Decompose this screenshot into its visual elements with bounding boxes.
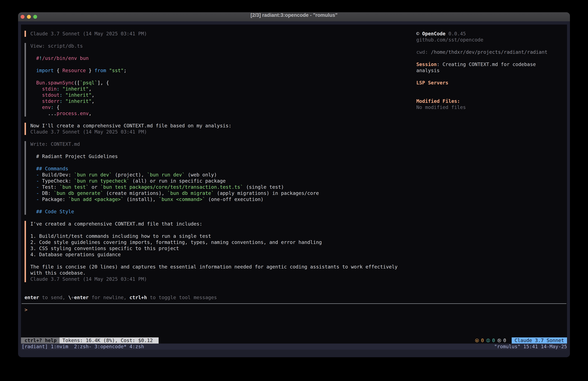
terminal-row <box>21 215 567 221</box>
tmux-window-4-zsh[interactable]: 4:zsh <box>126 344 144 349</box>
tool-block-bar <box>24 153 26 159</box>
tool-block-bar <box>24 80 26 86</box>
terminal-row: I've created a comprehensive CONTEXT.md … <box>21 221 567 227</box>
terminal-row <box>21 147 567 153</box>
terminal-row: 2. Code style guidelines covering import… <box>21 239 567 246</box>
text-segment <box>30 92 42 98</box>
text-segment <box>30 166 36 171</box>
message-accent-bar <box>24 221 26 227</box>
sidebar-row: cwd: /home/thdxr/dev/projects/radiant/ra… <box>416 49 547 55</box>
model-badge: Claude 3.7 Sonnet <box>512 337 567 344</box>
text-segment: "inherit" <box>65 98 92 104</box>
text-segment: OpenCode <box>422 31 445 37</box>
row-text: Now I'll create a comprehensive CONTEXT.… <box>30 123 231 129</box>
text-segment: , <box>89 86 91 92</box>
tmux-window-3-opencode-[interactable]: 3:opencode* <box>92 344 127 349</box>
text-segment: The file is concise (20 lines) and captu… <box>30 264 398 269</box>
diagnostics: w0i0h0 <box>475 337 506 344</box>
tool-block-bar <box>24 49 26 55</box>
editor-area[interactable]: enter to send, \+enter for newline, ctrl… <box>21 282 567 313</box>
text-segment: - <box>36 197 39 202</box>
terminal-row: 4. Database operations guidance <box>21 251 567 258</box>
row-text: Bun.spawnSync([`psql`], { <box>30 80 109 86</box>
prompt-input[interactable]: > <box>21 307 567 313</box>
text-segment: Write: CONTEXT.md <box>30 141 80 147</box>
terminal-row <box>21 227 567 233</box>
row-text: 2. Code style guidelines covering import… <box>30 239 322 246</box>
text-segment: ## Commands <box>36 166 68 171</box>
row-text: - Package: `bun add <package>` (install)… <box>30 196 264 202</box>
message-accent-bar <box>24 123 26 129</box>
text-segment <box>63 98 65 104</box>
message-accent-bar <box>24 264 26 270</box>
terminal-row: Claude 3.7 Sonnet (14 May 2025 03:41 PM) <box>21 276 567 282</box>
text-segment: : <box>57 86 60 92</box>
text-segment <box>30 80 36 86</box>
terminal-row <box>21 288 567 294</box>
message-accent-bar <box>24 31 26 37</box>
terminal-row: - Package: `bun add <package>` (install)… <box>21 196 567 202</box>
tool-block-bar <box>24 104 26 111</box>
text-segment: + <box>71 295 74 300</box>
text-segment: from <box>95 68 106 73</box>
text-segment: `bun test packages/core/test/transaction… <box>100 184 243 190</box>
text-segment <box>30 209 36 214</box>
status-left: ctrl+? help Tokens: 16.4K (8%), Cost: $0… <box>21 337 159 344</box>
terminal-row: ...process.env, <box>21 111 567 116</box>
row-text: ## Commands <box>30 166 68 172</box>
text-segment: Session <box>416 62 437 67</box>
window-title: [2/3] radiant:3:opencode - "romulus" <box>18 12 570 18</box>
tool-block-bar <box>24 202 26 209</box>
diagnostic-count: 0 <box>492 337 495 344</box>
terminal-row <box>21 202 567 209</box>
text-segment: 3. CSS styling conventions specific to t… <box>30 246 179 251</box>
text-segment: # <box>36 55 39 61</box>
row-text: import { Resource } from "sst"; <box>30 67 126 74</box>
tmux-window-2-zsh-[interactable]: 2:zsh- <box>71 344 91 349</box>
sidebar-row: Session: Creating CONTEXT.md for codebas… <box>416 61 547 67</box>
text-segment <box>30 104 42 110</box>
text-segment: View: script/db.ts <box>30 43 83 49</box>
tmux-window-list: [radiant] 1:nvim 2:zsh- 3:opencode* 4:zs… <box>22 344 144 350</box>
tmux-window-1-nvim[interactable]: 1:nvim <box>51 344 71 349</box>
session-sidebar: © OpenCode 0.0.45github.com/sst/opencode… <box>416 31 547 111</box>
message-accent-bar <box>24 251 26 258</box>
diagnostic-count: 0 <box>481 337 484 344</box>
text-segment: TypeCheck: <box>39 178 74 184</box>
text-segment: ctrl+h <box>129 295 147 300</box>
text-segment: LSP Servers <box>416 80 448 86</box>
text-segment: or <box>89 184 100 190</box>
text-segment: `bunx <command>` <box>159 197 205 202</box>
text-segment: ... <box>30 111 57 116</box>
text-segment: process.env <box>57 111 89 116</box>
tool-block-bar <box>24 159 26 166</box>
terminal-content: Claude 3.7 Sonnet (14 May 2025 03:41 PM)… <box>21 24 567 344</box>
sidebar-row <box>416 55 547 61</box>
text-segment: Test: <box>39 184 59 190</box>
text-segment <box>30 55 36 61</box>
text-segment: ], { <box>97 80 109 86</box>
row-text: - DB: `bun db generate` (create migratio… <box>30 190 319 196</box>
message-accent-bar <box>24 246 26 251</box>
screen: [2/3] radiant:3:opencode - "romulus" Cla… <box>0 0 588 381</box>
text-segment: (install), <box>124 197 159 202</box>
tool-block-bar <box>24 178 26 184</box>
text-segment: { <box>54 104 60 110</box>
diagnostic-info: i0 <box>486 337 495 344</box>
text-segment: with this codebase. <box>30 270 86 276</box>
diagnostic-hint: h0 <box>498 337 506 344</box>
row-text: The file is concise (20 lines) and captu… <box>30 264 398 270</box>
sidebar-row: © OpenCode 0.0.45 <box>416 31 547 37</box>
sidebar-row: analysis <box>416 67 547 74</box>
text-segment: to send, <box>39 295 68 300</box>
text-segment: \ <box>68 295 71 300</box>
tool-block-bar <box>24 92 26 98</box>
terminal-row: - TypeCheck: `bun run typecheck` (all) o… <box>21 178 567 184</box>
row-text: enter to send, \+enter for newline, ctrl… <box>24 294 217 301</box>
tool-block-bar <box>24 190 26 196</box>
text-segment: , <box>89 111 91 116</box>
text-segment: Creating CONTEXT.md for codebase <box>443 62 536 67</box>
text-segment: `bun db generate` <box>54 190 103 196</box>
text-segment: : <box>437 62 442 67</box>
text-segment: : <box>60 92 63 98</box>
